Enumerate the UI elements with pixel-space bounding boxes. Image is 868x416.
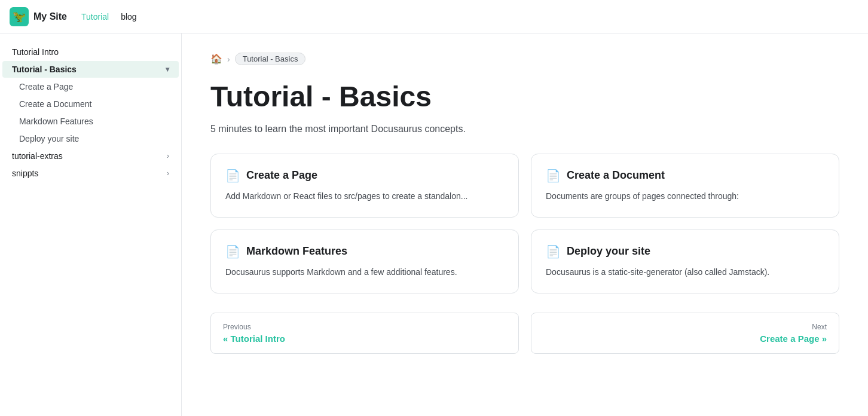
card-desc: Add Markdown or React files to src/pages… (225, 190, 504, 203)
pagination-next-link[interactable]: Create a Page » (543, 334, 827, 344)
nav-tutorial[interactable]: Tutorial (81, 12, 109, 22)
card-title: 📄 Create a Page (225, 169, 504, 183)
sidebar-item-label: Deploy your site (19, 134, 79, 143)
main-content: 🏠 › Tutorial - Basics Tutorial - Basics … (182, 33, 868, 416)
pagination-prev-label: Previous (223, 323, 506, 331)
card-title-text: Deploy your site (567, 245, 650, 258)
document-icon: 📄 (225, 244, 240, 259)
brand-name: My Site (33, 11, 67, 22)
sidebar-item-tutorial-intro[interactable]: Tutorial Intro (2, 44, 179, 60)
breadcrumb-separator: › (227, 54, 230, 64)
chevron-down-icon: ▾ (166, 65, 169, 74)
sidebar-item-label: tutorial-extras (12, 151, 63, 161)
chevron-right-icon: › (167, 169, 169, 178)
card-create-a-document[interactable]: 📄 Create a Document Documents are groups… (531, 154, 839, 218)
page-subtitle: 5 minutes to learn the most important Do… (210, 124, 839, 134)
card-desc: Documents are groups of pages connected … (546, 190, 824, 203)
sidebar-item-label: Markdown Features (19, 117, 93, 126)
pagination: Previous « Tutorial Intro Next Create a … (210, 313, 839, 354)
brand-logo: 🦖 (10, 7, 29, 26)
sidebar: Tutorial Intro Tutorial - Basics ▾ Creat… (0, 33, 182, 416)
card-markdown-features[interactable]: 📄 Markdown Features Docusaurus supports … (210, 230, 519, 293)
layout: Tutorial Intro Tutorial - Basics ▾ Creat… (0, 33, 868, 416)
brand-link[interactable]: 🦖 My Site (10, 7, 67, 26)
sidebar-item-label: Tutorial Intro (12, 47, 59, 57)
navbar: 🦖 My Site Tutorial blog (0, 0, 868, 33)
document-icon: 📄 (546, 244, 561, 259)
sidebar-item-markdown-features[interactable]: Markdown Features (2, 113, 179, 130)
breadcrumb-current: Tutorial - Basics (235, 53, 306, 65)
card-title-text: Create a Page (246, 169, 317, 182)
pagination-next-label: Next (543, 323, 827, 331)
sidebar-item-label: Create a Page (19, 82, 73, 91)
sidebar-item-label: Tutorial - Basics (12, 65, 77, 74)
document-icon: 📄 (546, 169, 561, 183)
card-desc: Docusaurus is a static-site-generator (a… (546, 266, 824, 279)
sidebar-item-deploy-your-site[interactable]: Deploy your site (2, 130, 179, 147)
navbar-links: Tutorial blog (81, 12, 137, 22)
page-title: Tutorial - Basics (210, 79, 839, 114)
card-title: 📄 Create a Document (546, 169, 824, 183)
card-create-a-page[interactable]: 📄 Create a Page Add Markdown or React fi… (210, 154, 519, 218)
sidebar-item-label: Create a Document (19, 99, 91, 109)
sidebar-item-label: snippts (12, 169, 38, 178)
card-title-text: Markdown Features (246, 245, 347, 258)
pagination-next-button[interactable]: Next Create a Page » (531, 313, 839, 354)
breadcrumb: 🏠 › Tutorial - Basics (210, 53, 839, 65)
card-desc: Docusaurus supports Markdown and a few a… (225, 266, 504, 279)
card-title-text: Create a Document (567, 169, 665, 182)
document-icon: 📄 (225, 169, 240, 183)
chevron-right-icon: › (167, 152, 169, 160)
card-title: 📄 Deploy your site (546, 244, 824, 259)
pagination-prev-link[interactable]: « Tutorial Intro (223, 334, 506, 344)
card-deploy-your-site[interactable]: 📄 Deploy your site Docusaurus is a stati… (531, 230, 839, 293)
breadcrumb-home-icon[interactable]: 🏠 (210, 53, 222, 65)
pagination-prev-button[interactable]: Previous « Tutorial Intro (210, 313, 519, 354)
nav-blog[interactable]: blog (121, 12, 136, 22)
card-title: 📄 Markdown Features (225, 244, 504, 259)
sidebar-item-tutorial-basics[interactable]: Tutorial - Basics ▾ (2, 61, 179, 78)
sidebar-item-create-a-document[interactable]: Create a Document (2, 96, 179, 112)
sidebar-item-tutorial-extras[interactable]: tutorial-extras › (2, 148, 179, 164)
sidebar-item-snippts[interactable]: snippts › (2, 165, 179, 182)
cards-grid: 📄 Create a Page Add Markdown or React fi… (210, 154, 839, 293)
sidebar-item-create-a-page[interactable]: Create a Page (2, 78, 179, 95)
